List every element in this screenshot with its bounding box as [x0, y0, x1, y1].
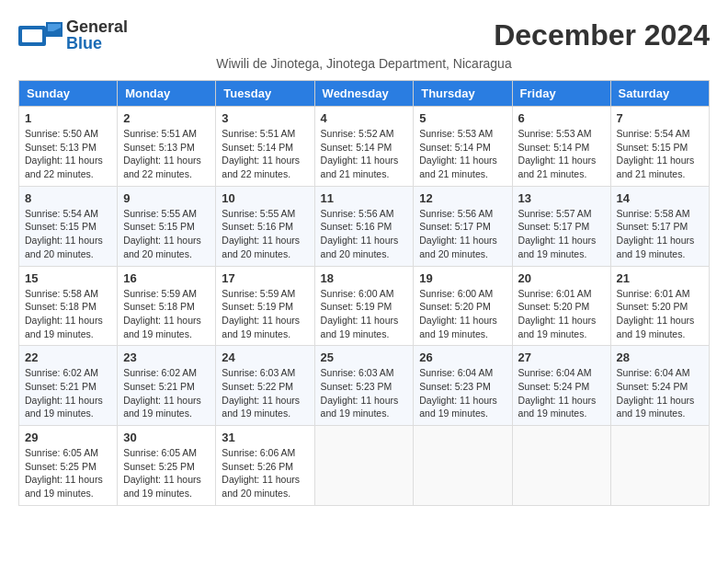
day-cell-15: 15 Sunrise: 5:58 AMSunset: 5:18 PMDaylig… [19, 266, 118, 346]
day-cell-7: 7 Sunrise: 5:54 AMSunset: 5:15 PMDayligh… [610, 107, 709, 187]
day-cell-14: 14 Sunrise: 5:58 AMSunset: 5:17 PMDaylig… [610, 186, 709, 266]
day-number: 23 [123, 350, 210, 364]
day-cell-2: 2 Sunrise: 5:51 AMSunset: 5:13 PMDayligh… [118, 107, 216, 187]
day-detail: Sunrise: 6:00 AMSunset: 5:20 PMDaylight:… [419, 288, 497, 339]
page-header: General Blue December 2024 [18, 18, 710, 52]
day-number: 26 [419, 350, 506, 364]
empty-cell [314, 426, 414, 506]
calendar-week-2: 8 Sunrise: 5:54 AMSunset: 5:15 PMDayligh… [19, 186, 710, 266]
day-number: 7 [617, 111, 703, 125]
day-cell-31: 31 Sunrise: 6:06 AMSunset: 5:26 PMDaylig… [216, 426, 314, 506]
day-cell-3: 3 Sunrise: 5:51 AMSunset: 5:14 PMDayligh… [216, 107, 314, 187]
day-detail: Sunrise: 6:01 AMSunset: 5:20 PMDaylight:… [617, 288, 695, 339]
logo-general-text: General [66, 18, 128, 35]
day-detail: Sunrise: 5:57 AMSunset: 5:17 PMDaylight:… [518, 208, 597, 259]
day-cell-17: 17 Sunrise: 5:59 AMSunset: 5:19 PMDaylig… [216, 266, 314, 346]
day-cell-25: 25 Sunrise: 6:03 AMSunset: 5:23 PMDaylig… [314, 346, 414, 426]
day-detail: Sunrise: 6:05 AMSunset: 5:25 PMDaylight:… [123, 447, 201, 499]
col-sunday: Sunday [19, 81, 118, 107]
day-detail: Sunrise: 5:52 AMSunset: 5:14 PMDaylight:… [321, 128, 399, 179]
day-cell-20: 20 Sunrise: 6:01 AMSunset: 5:20 PMDaylig… [512, 266, 610, 346]
day-detail: Sunrise: 5:54 AMSunset: 5:15 PMDaylight:… [617, 128, 695, 179]
day-cell-5: 5 Sunrise: 5:53 AMSunset: 5:14 PMDayligh… [414, 107, 512, 187]
calendar-week-4: 22 Sunrise: 6:02 AMSunset: 5:21 PMDaylig… [19, 346, 710, 426]
day-number: 1 [25, 111, 111, 125]
empty-cell [610, 426, 709, 506]
day-number: 5 [419, 111, 506, 125]
calendar-week-5: 29 Sunrise: 6:05 AMSunset: 5:25 PMDaylig… [19, 426, 710, 506]
day-cell-1: 1 Sunrise: 5:50 AMSunset: 5:13 PMDayligh… [19, 107, 118, 187]
day-cell-23: 23 Sunrise: 6:02 AMSunset: 5:21 PMDaylig… [118, 346, 216, 426]
calendar-table: Sunday Monday Tuesday Wednesday Thursday… [18, 80, 710, 506]
day-cell-22: 22 Sunrise: 6:02 AMSunset: 5:21 PMDaylig… [19, 346, 118, 426]
day-cell-6: 6 Sunrise: 5:53 AMSunset: 5:14 PMDayligh… [512, 107, 610, 187]
day-number: 28 [617, 350, 703, 364]
day-detail: Sunrise: 6:05 AMSunset: 5:25 PMDaylight:… [25, 447, 103, 499]
logo-blue-text: Blue [66, 35, 128, 52]
day-number: 17 [222, 271, 308, 285]
day-number: 14 [617, 191, 703, 205]
day-cell-26: 26 Sunrise: 6:04 AMSunset: 5:23 PMDaylig… [414, 346, 512, 426]
day-number: 31 [222, 431, 308, 444]
svg-rect-1 [22, 29, 42, 42]
day-detail: Sunrise: 5:54 AMSunset: 5:15 PMDaylight:… [25, 208, 103, 259]
day-number: 24 [222, 350, 308, 364]
day-detail: Sunrise: 6:06 AMSunset: 5:26 PMDaylight:… [222, 447, 300, 499]
empty-cell [414, 426, 512, 506]
day-number: 29 [25, 431, 111, 444]
calendar-body: 1 Sunrise: 5:50 AMSunset: 5:13 PMDayligh… [19, 107, 710, 506]
subtitle: Wiwili de Jinotega, Jinotega Department,… [18, 56, 710, 71]
day-number: 19 [419, 271, 506, 285]
day-detail: Sunrise: 5:53 AMSunset: 5:14 PMDaylight:… [419, 128, 497, 179]
day-number: 4 [321, 111, 408, 125]
day-number: 15 [25, 271, 111, 285]
day-number: 8 [25, 191, 111, 205]
day-detail: Sunrise: 5:59 AMSunset: 5:19 PMDaylight:… [222, 288, 300, 339]
day-detail: Sunrise: 5:58 AMSunset: 5:17 PMDaylight:… [617, 208, 695, 259]
day-detail: Sunrise: 5:55 AMSunset: 5:16 PMDaylight:… [222, 208, 300, 259]
day-cell-18: 18 Sunrise: 6:00 AMSunset: 5:19 PMDaylig… [314, 266, 414, 346]
day-number: 6 [518, 111, 605, 125]
day-detail: Sunrise: 6:00 AMSunset: 5:19 PMDaylight:… [321, 288, 399, 339]
col-friday: Friday [512, 81, 610, 107]
day-number: 25 [321, 350, 408, 364]
day-detail: Sunrise: 6:04 AMSunset: 5:24 PMDaylight:… [617, 367, 695, 419]
day-cell-29: 29 Sunrise: 6:05 AMSunset: 5:25 PMDaylig… [19, 426, 118, 506]
day-number: 16 [123, 271, 210, 285]
day-number: 13 [518, 191, 605, 205]
day-number: 10 [222, 191, 308, 205]
day-number: 12 [419, 191, 506, 205]
day-number: 27 [518, 350, 605, 364]
day-number: 9 [123, 191, 210, 205]
col-tuesday: Tuesday [216, 81, 314, 107]
col-monday: Monday [118, 81, 216, 107]
logo-icon [18, 18, 63, 52]
day-cell-9: 9 Sunrise: 5:55 AMSunset: 5:15 PMDayligh… [118, 186, 216, 266]
day-detail: Sunrise: 6:03 AMSunset: 5:23 PMDaylight:… [321, 367, 399, 419]
day-detail: Sunrise: 6:02 AMSunset: 5:21 PMDaylight:… [25, 367, 103, 419]
day-detail: Sunrise: 6:04 AMSunset: 5:24 PMDaylight:… [518, 367, 597, 419]
day-detail: Sunrise: 5:56 AMSunset: 5:16 PMDaylight:… [321, 208, 399, 259]
logo: General Blue [18, 18, 128, 52]
col-thursday: Thursday [414, 81, 512, 107]
day-cell-11: 11 Sunrise: 5:56 AMSunset: 5:16 PMDaylig… [314, 186, 414, 266]
day-cell-16: 16 Sunrise: 5:59 AMSunset: 5:18 PMDaylig… [118, 266, 216, 346]
day-detail: Sunrise: 5:58 AMSunset: 5:18 PMDaylight:… [25, 288, 103, 339]
day-cell-12: 12 Sunrise: 5:56 AMSunset: 5:17 PMDaylig… [414, 186, 512, 266]
col-wednesday: Wednesday [314, 81, 414, 107]
day-number: 3 [222, 111, 308, 125]
day-cell-27: 27 Sunrise: 6:04 AMSunset: 5:24 PMDaylig… [512, 346, 610, 426]
day-detail: Sunrise: 5:56 AMSunset: 5:17 PMDaylight:… [419, 208, 497, 259]
empty-cell [512, 426, 610, 506]
day-number: 18 [321, 271, 408, 285]
day-detail: Sunrise: 6:01 AMSunset: 5:20 PMDaylight:… [518, 288, 597, 339]
day-number: 2 [123, 111, 210, 125]
calendar-header-row: Sunday Monday Tuesday Wednesday Thursday… [19, 81, 710, 107]
day-detail: Sunrise: 5:51 AMSunset: 5:14 PMDaylight:… [222, 128, 300, 179]
day-detail: Sunrise: 5:53 AMSunset: 5:14 PMDaylight:… [518, 128, 597, 179]
day-cell-19: 19 Sunrise: 6:00 AMSunset: 5:20 PMDaylig… [414, 266, 512, 346]
logo-label: General Blue [66, 18, 128, 52]
day-detail: Sunrise: 5:59 AMSunset: 5:18 PMDaylight:… [123, 288, 201, 339]
day-detail: Sunrise: 6:03 AMSunset: 5:22 PMDaylight:… [222, 367, 300, 419]
day-cell-13: 13 Sunrise: 5:57 AMSunset: 5:17 PMDaylig… [512, 186, 610, 266]
